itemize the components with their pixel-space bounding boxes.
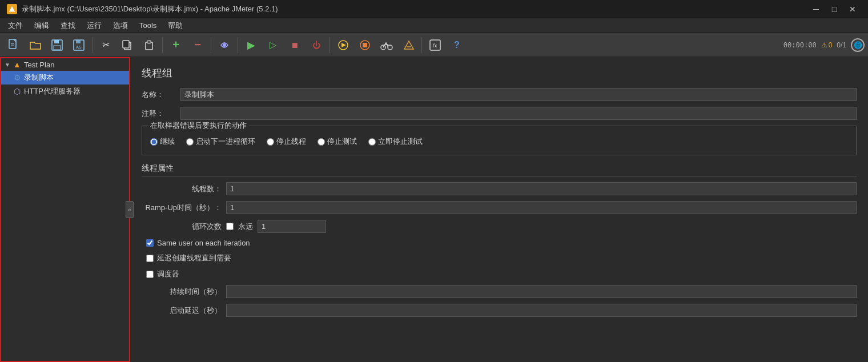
separator-2 bbox=[162, 37, 163, 53]
thread-count-label: 线程数： bbox=[142, 184, 222, 194]
app-icon bbox=[7, 4, 17, 14]
http-proxy-icon: ⬡ bbox=[13, 87, 22, 96]
title-bar-left: 录制脚本.jmx (C:\Users\23501\Desktop\录制脚本.jm… bbox=[7, 4, 278, 14]
thread-properties-section: 线程属性 线程数： Ramp-Up时间（秒）： 循环次数 永远 bbox=[142, 163, 857, 317]
stop-now-button[interactable]: ⏻ bbox=[306, 35, 327, 55]
radio-start-next-loop-input[interactable] bbox=[186, 138, 194, 146]
menu-bar: 文件 编辑 查找 运行 选项 Tools 帮助 bbox=[0, 18, 868, 33]
scheduler-checkbox[interactable] bbox=[146, 271, 154, 278]
loop-count-input[interactable] bbox=[258, 220, 326, 233]
tree-item-test-plan[interactable]: ▼ ▲ Test Plan bbox=[1, 58, 129, 71]
radio-stop-test-now-input[interactable] bbox=[368, 138, 376, 146]
separator-3 bbox=[211, 37, 211, 53]
radio-continue[interactable]: 继续 bbox=[150, 136, 175, 147]
svg-rect-6 bbox=[54, 46, 61, 50]
name-input[interactable] bbox=[180, 88, 857, 101]
duration-row: 持续时间（秒） bbox=[142, 285, 857, 298]
cut-button[interactable]: ✂ bbox=[95, 35, 116, 55]
svg-point-14 bbox=[223, 43, 226, 47]
new-button[interactable] bbox=[3, 35, 24, 55]
delay-thread-checkbox[interactable] bbox=[146, 255, 154, 262]
comment-input[interactable] bbox=[180, 107, 857, 120]
tree-item-http-proxy[interactable]: ⬡ HTTP代理服务器 bbox=[1, 85, 129, 98]
play-button[interactable]: ▶ bbox=[241, 35, 262, 55]
menu-run[interactable]: 运行 bbox=[81, 19, 107, 32]
tree-item-recording-script[interactable]: ⚙ 录制脚本 bbox=[1, 71, 129, 85]
tree-expand-icon: ▼ bbox=[5, 62, 10, 68]
thread-count-input[interactable] bbox=[226, 182, 857, 195]
loop-forever-checkbox[interactable] bbox=[226, 223, 234, 230]
test-plan-icon: ▲ bbox=[13, 60, 22, 69]
stop-button[interactable]: ⏹ bbox=[284, 35, 305, 55]
comment-label: 注释： bbox=[142, 108, 176, 119]
save-button[interactable] bbox=[47, 35, 67, 55]
menu-file[interactable]: 文件 bbox=[2, 19, 29, 32]
menu-edit[interactable]: 编辑 bbox=[29, 19, 55, 32]
scheduler-row: 调度器 bbox=[142, 269, 857, 279]
save-as-button[interactable]: AS bbox=[69, 35, 89, 55]
open-button[interactable] bbox=[25, 35, 46, 55]
loop-count-label: 循环次数 bbox=[142, 222, 222, 232]
radio-start-next-loop[interactable]: 启动下一进程循环 bbox=[186, 136, 255, 147]
toggle-button[interactable] bbox=[214, 35, 235, 55]
play-check-button[interactable]: ▷ bbox=[263, 35, 283, 55]
ramp-up-input[interactable] bbox=[226, 201, 857, 214]
paste-button[interactable] bbox=[139, 35, 159, 55]
menu-tools[interactable]: Tools bbox=[134, 20, 162, 31]
copy-button[interactable] bbox=[117, 35, 138, 55]
scheduler-label: 调度器 bbox=[157, 269, 179, 279]
main-layout: ▼ ▲ Test Plan ⚙ 录制脚本 ⬡ HTTP代理服务器 « 线程组 名… bbox=[0, 57, 868, 362]
toolbar-right: 00:00:00 ⚠ 0 0/1 🌐 bbox=[783, 38, 865, 52]
separator-1 bbox=[92, 37, 93, 53]
duration-input[interactable] bbox=[226, 285, 857, 298]
remote-start-button[interactable] bbox=[333, 35, 353, 55]
tree-item-label-recording-script: 录制脚本 bbox=[24, 73, 54, 83]
comment-row: 注释： bbox=[142, 107, 857, 120]
error-action-title: 在取样器错误后要执行的动作 bbox=[148, 120, 249, 131]
remove-element-button[interactable]: − bbox=[187, 35, 208, 55]
delay-thread-row: 延迟创建线程直到需要 bbox=[142, 253, 857, 263]
radio-stop-test-input[interactable] bbox=[318, 138, 325, 146]
startup-delay-row: 启动延迟（秒） bbox=[142, 304, 857, 317]
radio-stop-thread-input[interactable] bbox=[267, 138, 274, 146]
radio-stop-test-now[interactable]: 立即停止测试 bbox=[368, 136, 423, 147]
radio-stop-test[interactable]: 停止测试 bbox=[318, 136, 357, 147]
separator-5 bbox=[329, 37, 330, 53]
close-button[interactable]: ✕ bbox=[844, 3, 861, 15]
same-user-checkbox[interactable] bbox=[146, 239, 154, 247]
radio-continue-input[interactable] bbox=[150, 138, 158, 146]
svg-point-20 bbox=[388, 45, 392, 50]
warning-badge: ⚠ 0 bbox=[821, 41, 833, 49]
maximize-button[interactable]: □ bbox=[826, 3, 843, 15]
remote-info-button[interactable] bbox=[376, 35, 397, 55]
svg-rect-11 bbox=[123, 41, 129, 48]
remote-stop-button[interactable] bbox=[355, 35, 375, 55]
radio-stop-test-now-label: 立即停止测试 bbox=[378, 136, 423, 147]
panel-collapse-handle[interactable]: « bbox=[126, 201, 134, 218]
startup-delay-label: 启动延迟（秒） bbox=[142, 305, 222, 316]
clear-button[interactable] bbox=[398, 35, 419, 55]
loops-row: 永远 bbox=[226, 220, 326, 233]
radio-stop-thread[interactable]: 停止线程 bbox=[267, 136, 306, 147]
help-button[interactable]: ? bbox=[447, 35, 467, 55]
minimize-button[interactable]: ─ bbox=[807, 3, 825, 15]
duration-label: 持续时间（秒） bbox=[142, 287, 222, 297]
add-element-button[interactable]: + bbox=[166, 35, 186, 55]
same-user-label: Same user on each iteration bbox=[157, 239, 250, 247]
warning-icon: ⚠ bbox=[821, 41, 827, 49]
svg-text:fx: fx bbox=[433, 43, 437, 49]
thread-count-row: 线程数： bbox=[142, 182, 857, 195]
radio-start-next-loop-label: 启动下一进程循环 bbox=[196, 136, 255, 147]
menu-help[interactable]: 帮助 bbox=[162, 19, 188, 32]
svg-text:AS: AS bbox=[76, 45, 82, 49]
loop-count-row: 循环次数 永远 bbox=[142, 220, 857, 233]
menu-options[interactable]: 选项 bbox=[107, 19, 134, 32]
name-label: 名称： bbox=[142, 90, 176, 100]
warning-count: 0 bbox=[829, 41, 833, 49]
delay-thread-label: 延迟创建线程直到需要 bbox=[157, 253, 231, 263]
startup-delay-input[interactable] bbox=[226, 304, 857, 317]
menu-find[interactable]: 查找 bbox=[55, 19, 81, 32]
function-button[interactable]: fx bbox=[425, 35, 445, 55]
radio-stop-test-label: 停止测试 bbox=[327, 136, 357, 147]
thread-properties-title: 线程属性 bbox=[142, 163, 857, 176]
